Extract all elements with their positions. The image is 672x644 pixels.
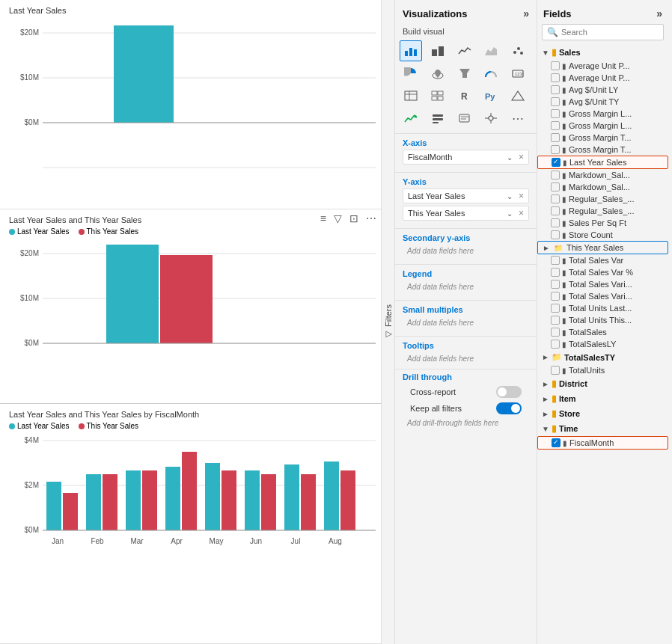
viz-kpi[interactable]	[400, 108, 422, 129]
field-checkbox[interactable]	[551, 340, 560, 349]
group-district[interactable]: ► ▮ District	[537, 376, 668, 391]
field-checkbox[interactable]	[551, 328, 560, 337]
field-gross-margin-t2[interactable]: ▮ Gross Margin T...	[537, 144, 668, 156]
viz-funnel[interactable]	[453, 63, 476, 84]
field-gross-margin-l1[interactable]: ▮ Gross Margin L...	[537, 108, 668, 120]
viz-slicer[interactable]	[427, 108, 449, 129]
viz-pie[interactable]	[400, 63, 422, 84]
field-totalunits[interactable]: ▮ TotalUnits	[537, 364, 668, 376]
viz-py[interactable]: Py	[480, 85, 502, 106]
field-checkbox[interactable]	[551, 61, 560, 70]
viz-bar-chart[interactable]	[400, 40, 422, 61]
field-regular-sales1[interactable]: ▮ Regular_Sales_...	[537, 193, 668, 205]
viz-table[interactable]	[400, 85, 422, 106]
field-this-year-sales[interactable]: ► 📁 This Year Sales	[537, 241, 668, 254]
field-checkbox[interactable]	[551, 97, 560, 106]
xaxis-chevron[interactable]: ⌄	[507, 153, 513, 162]
cross-report-toggle[interactable]	[496, 386, 522, 398]
yaxis-remove-2[interactable]: ×	[519, 208, 524, 218]
field-totalsalesly[interactable]: ▮ TotalSalesLY	[537, 338, 668, 350]
field-checkbox[interactable]	[551, 145, 560, 154]
viz-more[interactable]: ⋯	[507, 108, 529, 129]
yaxis-remove-1[interactable]: ×	[519, 191, 524, 201]
yaxis-pill-1[interactable]: Last Year Sales ⌄ ×	[403, 188, 529, 203]
field-avg-unit-p2[interactable]: ▮ Average Unit P...	[537, 72, 668, 84]
field-total-sales-var[interactable]: ▮ Total Sales Var	[537, 254, 668, 266]
viz-area-chart[interactable]	[480, 40, 502, 61]
field-checkbox[interactable]	[551, 304, 560, 313]
yaxis-chevron-1[interactable]: ⌄	[507, 192, 513, 200]
field-checkbox[interactable]	[551, 292, 560, 301]
field-checkbox[interactable]	[551, 268, 560, 277]
group-totalsalesty[interactable]: ► 📁 TotalSalesTY	[537, 350, 668, 364]
expand-chevron[interactable]: ►	[543, 244, 550, 252]
field-checkbox[interactable]	[551, 183, 560, 191]
field-checkbox[interactable]	[551, 366, 560, 375]
toolbar-lines-btn[interactable]: ≡	[319, 212, 328, 224]
group-sales[interactable]: ▼ ▮ Sales	[537, 45, 668, 60]
field-avg-unit-ty[interactable]: ▮ Avg $/Unit TY	[537, 96, 668, 108]
field-avg-unit-ly[interactable]: ▮ Avg $/Unit LY	[537, 84, 668, 96]
field-checkbox[interactable]	[551, 133, 560, 142]
search-box[interactable]: 🔍	[542, 24, 664, 40]
keep-filters-toggle[interactable]	[496, 402, 522, 414]
field-checkbox[interactable]	[551, 121, 560, 130]
field-markdown-sal2[interactable]: ▮ Markdown_Sal...	[537, 181, 668, 193]
viz-smartnarrative[interactable]	[453, 108, 476, 129]
viz-r[interactable]: R	[453, 85, 476, 106]
filters-sidebar[interactable]: ◁ Filters	[382, 0, 395, 644]
field-checkbox[interactable]	[551, 109, 560, 118]
viz-column-chart[interactable]	[427, 40, 449, 61]
viz-expand-icon[interactable]: »	[523, 7, 529, 19]
viz-decomp[interactable]	[480, 108, 502, 129]
field-checkbox-checked[interactable]	[552, 438, 560, 447]
field-regular-sales2[interactable]: ▮ Regular_Sales_...	[537, 205, 668, 217]
field-checkbox[interactable]	[551, 194, 560, 203]
field-total-sales-vari2[interactable]: ▮ Total Sales Vari...	[537, 290, 668, 302]
field-sales-per-sqft[interactable]: ▮ Sales Per Sq Ft	[537, 217, 668, 229]
toolbar-filter-btn[interactable]: ▽	[332, 212, 343, 224]
field-avg-unit-p1[interactable]: ▮ Average Unit P...	[537, 60, 668, 72]
field-total-units-last[interactable]: ▮ Total Units Last...	[537, 302, 668, 314]
viz-matrix[interactable]	[427, 85, 449, 106]
field-markdown-sal1[interactable]: ▮ Markdown_Sal...	[537, 169, 668, 181]
field-checkbox[interactable]	[551, 85, 560, 94]
xaxis-pill[interactable]: FiscalMonth ⌄ ×	[403, 150, 529, 165]
field-label: Total Units Last...	[569, 304, 632, 313]
field-checkbox[interactable]	[551, 206, 560, 215]
fields-list: ▼ ▮ Sales ▮ Average Unit P... ▮ Average …	[537, 45, 668, 644]
viz-shape[interactable]	[507, 85, 529, 106]
field-total-sales-vari1[interactable]: ▮ Total Sales Vari...	[537, 278, 668, 290]
field-totalsales[interactable]: ▮ TotalSales	[537, 326, 668, 338]
viz-gauge[interactable]	[480, 63, 502, 84]
field-checkbox-checked[interactable]	[552, 158, 560, 167]
field-gross-margin-t1[interactable]: ▮ Gross Margin T...	[537, 132, 668, 144]
field-store-count[interactable]: ▮ Store Count	[537, 229, 668, 241]
field-checkbox[interactable]	[551, 171, 560, 180]
field-gross-margin-l2[interactable]: ▮ Gross Margin L...	[537, 120, 668, 132]
group-store[interactable]: ► ▮ Store	[537, 406, 668, 421]
xaxis-remove[interactable]: ×	[519, 152, 524, 162]
viz-line-chart[interactable]	[453, 40, 476, 61]
field-last-year-sales[interactable]: ▮ Last Year Sales	[537, 156, 668, 169]
group-item[interactable]: ► ▮ Item	[537, 391, 668, 406]
viz-map[interactable]	[427, 63, 449, 84]
field-checkbox[interactable]	[551, 73, 560, 82]
fields-expand-icon[interactable]: »	[656, 7, 662, 19]
field-checkbox[interactable]	[551, 316, 560, 325]
toolbar-expand-btn[interactable]: ⊡	[348, 212, 360, 224]
field-checkbox[interactable]	[551, 256, 560, 265]
field-checkbox[interactable]	[551, 230, 560, 239]
field-fiscalmonth[interactable]: ▮ FiscalMonth	[537, 436, 668, 450]
field-total-units-this[interactable]: ▮ Total Units This...	[537, 314, 668, 326]
field-total-sales-var-pct[interactable]: ▮ Total Sales Var %	[537, 266, 668, 278]
yaxis-pill-2[interactable]: This Year Sales ⌄ ×	[403, 206, 529, 221]
viz-scatter[interactable]	[507, 40, 529, 61]
field-checkbox[interactable]	[551, 218, 560, 227]
yaxis-chevron-2[interactable]: ⌄	[507, 209, 513, 218]
group-time[interactable]: ▼ ▮ Time	[537, 421, 668, 436]
toolbar-more-btn[interactable]: ⋯	[364, 212, 378, 224]
field-checkbox[interactable]	[551, 280, 560, 289]
search-input[interactable]	[561, 28, 659, 37]
viz-card[interactable]: 123	[507, 63, 529, 84]
